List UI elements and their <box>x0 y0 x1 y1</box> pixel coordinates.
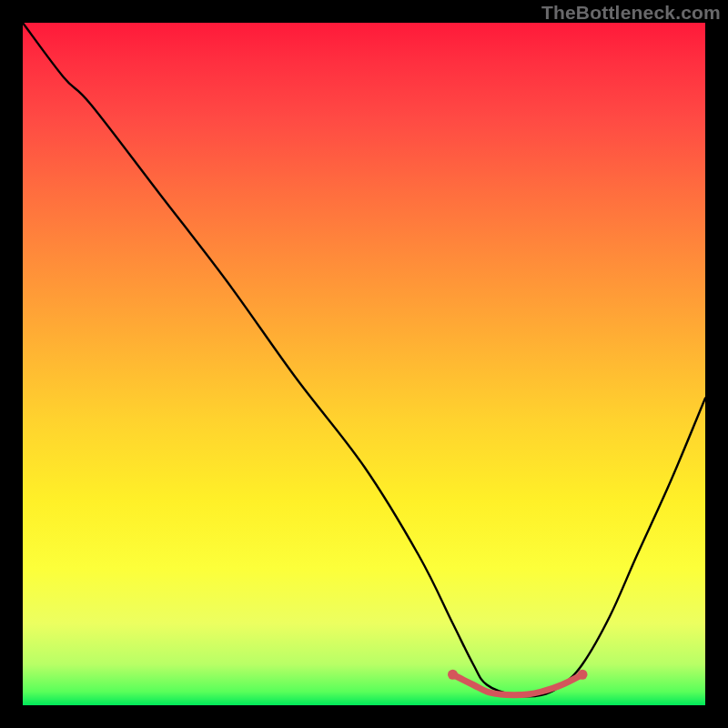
bottleneck-curve-path <box>23 23 705 696</box>
optimal-zone-end-right <box>578 670 588 680</box>
chart-plot-area <box>23 23 705 705</box>
optimal-zone-path <box>453 674 583 695</box>
chart-frame: TheBottleneck.com <box>0 0 728 728</box>
watermark-text: TheBottleneck.com <box>541 2 721 24</box>
chart-svg <box>23 23 705 705</box>
optimal-zone-end-left <box>448 670 458 680</box>
